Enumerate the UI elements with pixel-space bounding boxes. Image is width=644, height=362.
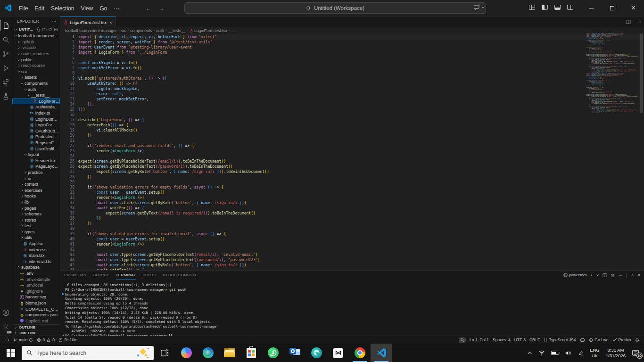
restore-button[interactable] [602,0,623,16]
tree-item-vscode[interactable]: .vscode [12,45,60,51]
tree-item-oauthbuttons-tsx[interactable]: OAuthButtons.tsx [12,128,60,134]
tree-item-lib[interactable]: lib [12,199,60,206]
customize-layout-icon[interactable] [529,5,535,10]
problems-indicator[interactable]: 0 0 [35,336,56,344]
accounts-icon[interactable] [0,305,12,320]
tree-item-env[interactable]: .env [12,271,60,277]
go-live-button[interactable]: Go Live [587,337,610,342]
panel-tab-problems[interactable]: PROBLEMS [64,271,86,280]
toggle-secondary-sidebar-icon[interactable] [567,5,573,10]
cursor-position[interactable]: Ln 1, Col 1 [468,337,491,342]
settings-gear-icon[interactable]: UN [0,320,12,334]
breadcrumb[interactable]: football-tournament-manager›src›componen… [60,27,644,33]
notification-center[interactable]: 10 [632,349,639,356]
pen-icon[interactable] [578,350,584,356]
tree-item-env-local[interactable]: .env.local [12,282,60,288]
branch-indicator[interactable]: main [11,336,35,344]
menu-edit[interactable]: Edit [31,4,48,13]
tray-expand-icon[interactable] [527,351,532,355]
menu-view[interactable]: View [77,4,96,13]
remote-indicator[interactable] [3,336,11,344]
tree-item-react-course[interactable]: react-course [12,63,60,69]
tab-loginform-test[interactable]: LoginForm.test.tsx × [60,16,116,27]
tree-item-stores[interactable]: stores [12,217,60,223]
tree-item-context[interactable]: context [12,181,60,188]
new-terminal-icon[interactable]: + [590,273,593,278]
breadcrumb-item[interactable]: components [130,28,152,33]
zoom-search-indicator[interactable] [457,337,468,343]
minimize-button[interactable] [580,0,602,16]
tree-item-assets[interactable]: assets [12,74,60,81]
taskbar-search[interactable]: Type here to search [22,346,154,360]
taskbar-edge[interactable] [197,344,219,362]
search-activity-icon[interactable] [0,33,12,47]
code-editor[interactable]: 1234567891011121314151617181920212223242… [60,33,644,270]
breadcrumb-item[interactable]: src [121,28,126,33]
panel-tab-ports[interactable]: PORTS [142,271,156,280]
tree-item-biome-json[interactable]: {}biome.json [12,300,60,306]
tree-item-practice[interactable]: practice [12,170,60,176]
language-mode[interactable]: { }TypeScript JSX [542,337,578,342]
terminal-dropdown-icon[interactable] [596,273,599,277]
tree-item-test[interactable]: test [12,223,60,229]
run-debug-activity-icon[interactable] [0,61,12,75]
tree-item-layout[interactable]: layout [12,152,60,158]
notifications-bell[interactable] [633,337,641,342]
forward-arrow-icon[interactable]: → [158,5,164,12]
new-folder-icon[interactable] [42,27,47,32]
tree-item-components-json[interactable]: {}components.json [12,312,60,318]
session-timer[interactable]: 2h 10m [57,336,79,344]
battery-icon[interactable] [551,351,559,355]
tree-item-app-tsx[interactable]: App.tsx [12,241,60,247]
tree-item-registerform-tsx[interactable]: RegisterForm.tsx [12,140,60,146]
split-editor-icon[interactable] [626,19,631,25]
tree-item-pagelayout-tsx[interactable]: PageLayout.tsx [12,164,60,170]
tree-item-football-tournament[interactable]: football-tournament-... [12,33,60,39]
terminal-output[interactable]: 6 files changed, 86 insertions(+), 3 del… [60,280,644,336]
menu-go[interactable]: Go [96,4,110,13]
maximize-panel-icon[interactable] [630,273,635,277]
tree-item-public[interactable]: public [12,57,60,63]
tree-item-node-modules[interactable]: node_modules [12,51,60,57]
wifi-icon[interactable] [538,350,545,355]
tree-item-components[interactable]: components [12,81,60,87]
menu-file[interactable]: File [16,4,31,13]
eol-sequence[interactable]: CRLF [528,337,542,342]
tree-item-complete-codeba[interactable]: ≡COMPLETE_CODEBA... [12,306,60,312]
panel-tab-debug-console[interactable]: DEBUG CONSOLE [163,271,198,280]
tree-item-types[interactable]: types [12,229,60,235]
copilot-chat-button[interactable] [474,4,485,10]
volume-icon[interactable] [565,350,572,356]
tree-item-header-tsx[interactable]: Header.tsx [12,157,60,164]
tree-item-loginbutton-tsx[interactable]: LoginButton.tsx [12,116,60,122]
explorer-more-icon[interactable]: ··· [52,19,57,24]
panel-tab-terminal[interactable]: TERMINAL [116,271,136,280]
breadcrumb-item[interactable]: football-tournament-manager [65,28,117,33]
taskbar-file-explorer[interactable] [219,344,240,362]
tree-item-index-css[interactable]: #index.css [12,247,60,253]
tree-item-protectedroute-t[interactable]: ProtectedRoute.t... [12,134,60,140]
taskbar-whatsapp[interactable] [262,344,284,362]
tree-item-src[interactable]: src [12,69,60,75]
shell-indicator[interactable]: powershell [563,273,587,277]
tree-item-auth[interactable]: auth [12,86,60,92]
language-indicator[interactable]: ENGUK [590,347,600,359]
close-panel-icon[interactable]: × [638,273,640,278]
tree-item-main-tsx[interactable]: main.tsx [12,253,60,259]
split-terminal-icon[interactable] [603,273,607,278]
editor-scrollbar[interactable] [639,33,644,270]
breadcrumb-item[interactable]: ... [231,28,235,33]
formatter-indicator[interactable]: Prettier [611,337,633,342]
toggle-primary-sidebar-icon[interactable] [542,5,548,10]
menu-[interactable]: ··· [110,4,123,13]
testing-activity-icon[interactable] [0,89,12,103]
collapse-folders-icon[interactable] [54,27,58,32]
tree-item-userprofile-tsx[interactable]: UserProfile.tsx [12,146,60,152]
breadcrumb-item[interactable]: __tests__ [168,28,186,33]
command-center[interactable]: Untitled (Workspace) [184,2,486,14]
tree-item-gitignore[interactable]: ◆.gitignore [12,288,60,295]
encoding[interactable]: UTF-8 [512,337,528,342]
timeline-section[interactable]: TIMELINE [12,330,60,336]
taskbar-copilot-app[interactable] [175,344,197,362]
task-view-button[interactable] [154,344,175,362]
